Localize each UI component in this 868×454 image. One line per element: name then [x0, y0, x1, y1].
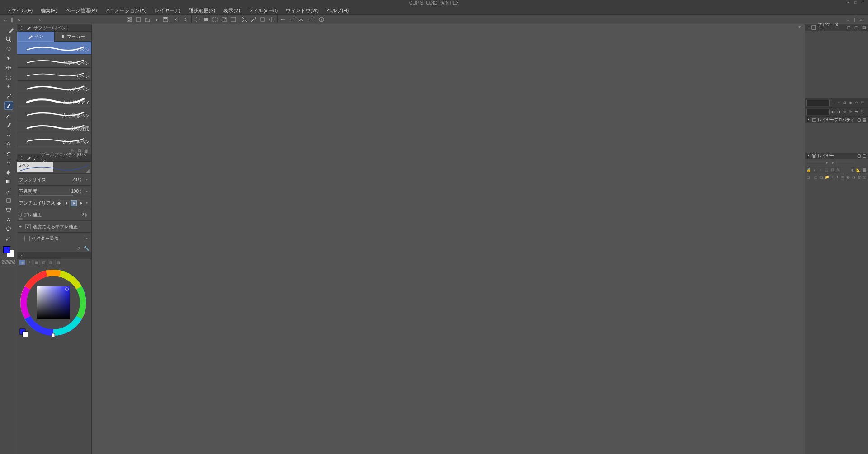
move-tool-icon[interactable]: [4, 44, 13, 53]
save-icon[interactable]: [161, 15, 170, 23]
brush-quickaccess-icon[interactable]: [7, 25, 16, 34]
invert-icon[interactable]: [229, 15, 238, 23]
toolprop-header[interactable]: ⋮ ツールプロパティ[Gペン]: [17, 154, 91, 162]
subtool-item[interactable]: ざらつきペン: [17, 133, 91, 146]
subtool-item[interactable]: リアルGペン: [17, 55, 91, 68]
transparent-color-icon[interactable]: [2, 260, 15, 264]
lock-icon[interactable]: 🔒: [806, 167, 811, 173]
tab2-icon[interactable]: ▢: [845, 25, 853, 30]
combine-icon[interactable]: ⊟: [840, 174, 845, 180]
redo-icon[interactable]: [181, 15, 190, 23]
eyedropper-tool-icon[interactable]: [4, 92, 13, 100]
rotate-l-icon[interactable]: ↶: [854, 100, 859, 106]
dock-right-icon[interactable]: ‖: [853, 17, 859, 22]
subtool-item[interactable]: 丸ペン: [17, 68, 91, 81]
move-layer-tool-icon[interactable]: [4, 63, 13, 72]
subtool-item[interactable]: カブラペン: [17, 81, 91, 94]
subtool-header[interactable]: ⋮ サブツール[ペン]: [17, 24, 91, 32]
vector-snap-row[interactable]: ベクター吸着 ▸: [17, 232, 91, 244]
blend-tool-icon[interactable]: [4, 158, 13, 167]
color-slider-tab-icon[interactable]: ⦀: [26, 260, 33, 265]
opacity-row[interactable]: 不透明度 100 ▴▾ ▸: [17, 185, 91, 197]
chevron-down-icon[interactable]: ▾: [830, 160, 835, 165]
merge-icon[interactable]: ⬇: [835, 174, 840, 180]
mask-icon[interactable]: ◐: [850, 167, 855, 173]
color-approx-tab-icon[interactable]: ▥: [48, 260, 54, 265]
subtool-item[interactable]: Gペン: [17, 42, 91, 55]
ruler-icon[interactable]: 📐: [856, 167, 861, 173]
aa-weak-icon[interactable]: ●: [63, 200, 70, 206]
menu-edit[interactable]: 編集(E): [37, 6, 61, 14]
airbrush-tool-icon[interactable]: [4, 130, 13, 138]
color-icon[interactable]: ▇: [862, 167, 867, 173]
dock-collapse-icon[interactable]: ‖: [8, 16, 15, 23]
more-icon[interactable]: ▸: [84, 178, 90, 182]
eraser-tool-icon[interactable]: [4, 149, 13, 157]
spinner-icon[interactable]: ▴▾: [85, 212, 90, 218]
line-tool-icon[interactable]: [4, 187, 13, 195]
wrench-icon[interactable]: 🔧: [83, 245, 90, 251]
new-file-icon[interactable]: [134, 15, 143, 23]
tab-icon[interactable]: ▢: [857, 154, 861, 158]
two-pane-icon[interactable]: ▯▯: [862, 174, 867, 180]
lock-pixel-icon[interactable]: ▪: [812, 167, 817, 173]
tab-icon[interactable]: ▢: [857, 117, 861, 122]
frame-tool-icon[interactable]: [4, 206, 13, 214]
color-swatch[interactable]: [2, 245, 15, 258]
antialias-row[interactable]: アンチエイリアス ◆ ● ● ● ▾: [17, 197, 91, 209]
menu-animation[interactable]: アニメーション(A): [101, 6, 150, 14]
expand-icon[interactable]: +: [19, 224, 24, 229]
spinner-icon[interactable]: ▴▾: [80, 177, 84, 183]
menu-icon[interactable]: ▤: [863, 117, 867, 122]
stabilize-row[interactable]: 手ブレ補正 2 ▴▾: [17, 209, 91, 220]
tab3-icon[interactable]: ▢: [853, 25, 860, 30]
zoom-in-icon[interactable]: +: [836, 100, 841, 106]
fit-icon[interactable]: ⊡: [842, 100, 847, 106]
crop-icon[interactable]: [240, 15, 249, 23]
zoom-out-icon[interactable]: −: [830, 100, 835, 106]
apply-mask-icon[interactable]: ◑: [851, 174, 856, 180]
gradient-tool-icon[interactable]: [4, 177, 13, 186]
ctrl-icon[interactable]: ⇅: [859, 109, 865, 115]
brush-size-row[interactable]: ブラシサイズ 2.0 ▴▾ ▸: [17, 173, 91, 185]
reset-icon[interactable]: ↺: [75, 245, 81, 251]
color-wheel-tab-icon[interactable]: ◉: [19, 260, 25, 265]
brush-tool-icon[interactable]: [4, 120, 13, 129]
grip-icon[interactable]: ⋮: [19, 25, 24, 31]
opacity-slider[interactable]: [836, 161, 854, 164]
menu-page[interactable]: ページ管理(P): [62, 6, 101, 14]
aa-mid-icon[interactable]: ●: [71, 200, 77, 206]
pen-tool-icon[interactable]: [4, 101, 13, 110]
flip-h-icon[interactable]: [267, 15, 276, 23]
more-icon[interactable]: ▸: [84, 236, 90, 240]
fill-tool-icon[interactable]: [4, 168, 13, 176]
canvas-area[interactable]: ▾: [92, 24, 805, 454]
new-layer-icon[interactable]: ▢: [806, 174, 811, 180]
zoom-tool-icon[interactable]: [4, 35, 13, 43]
dock-right-next-icon[interactable]: »: [860, 17, 866, 22]
subtool-item[interactable]: 効果線用: [17, 120, 91, 133]
scale-icon[interactable]: [249, 15, 258, 23]
grip-icon[interactable]: ⋮: [19, 155, 24, 161]
color-set-tab-icon[interactable]: ▦: [33, 260, 40, 265]
pencil-tool-icon[interactable]: [4, 111, 13, 119]
select-all-icon[interactable]: [211, 15, 220, 23]
ctrl-icon[interactable]: ⇋: [854, 109, 859, 115]
lock-alpha-icon[interactable]: ▫: [818, 167, 823, 173]
operation-tool-icon[interactable]: [4, 54, 13, 62]
menu-window[interactable]: ウィンドウ(W): [282, 6, 322, 14]
chevron-down-icon[interactable]: ▾: [798, 24, 805, 31]
grip-icon[interactable]: ⋮: [19, 253, 24, 258]
subtool-item[interactable]: 入り抜きペン: [17, 107, 91, 120]
subtool-item[interactable]: カリグラフィ: [17, 94, 91, 107]
brush-size-value[interactable]: 2.0: [66, 177, 79, 182]
text-tool-icon[interactable]: A: [4, 215, 13, 224]
transfer-icon[interactable]: ⇄: [830, 174, 835, 180]
color-history-tab-icon[interactable]: ▧: [55, 260, 61, 265]
snap-icon[interactable]: [306, 15, 315, 23]
checkbox-checked-icon[interactable]: ✓: [25, 224, 31, 229]
spinner-icon[interactable]: ▴▾: [80, 189, 84, 194]
undo-icon[interactable]: [172, 15, 181, 23]
foreground-color[interactable]: [3, 246, 10, 253]
help-icon[interactable]: ?: [317, 15, 326, 23]
